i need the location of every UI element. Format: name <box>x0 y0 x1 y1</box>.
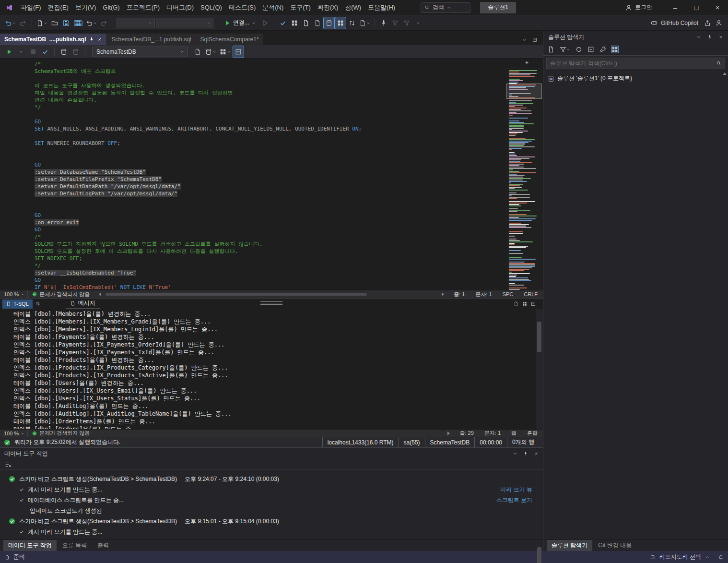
export-results-icon[interactable] <box>301 17 311 29</box>
solution-name-badge[interactable]: 솔루션1 <box>480 2 516 13</box>
global-search-box[interactable]: 검색 <box>421 2 470 13</box>
next-bookmark-icon[interactable] <box>401 17 412 29</box>
solution-tree[interactable]: 솔루션 '솔루션1' (0 프로젝트) <box>543 71 728 539</box>
window-position-icon[interactable] <box>513 451 517 456</box>
platform-combobox[interactable] <box>156 18 213 28</box>
database-combobox[interactable]: SchemaTestDB <box>92 47 188 57</box>
column-indicator[interactable]: 문자: 1 <box>470 291 497 298</box>
scrollbar-track[interactable] <box>104 292 439 297</box>
parse-query-button[interactable] <box>40 46 50 58</box>
results-options-icon[interactable] <box>531 301 536 306</box>
github-copilot-button[interactable]: GitHub Copilot <box>651 20 698 26</box>
maximize-button[interactable]: □ <box>686 0 707 15</box>
vertical-scrollbar[interactable] <box>536 309 543 429</box>
side-panel-tab[interactable]: 솔루션 탐색기 <box>547 540 592 551</box>
sqlcmd-mode-button[interactable] <box>233 46 244 58</box>
horizontal-scrollbar[interactable] <box>96 290 446 298</box>
scrollbar-track[interactable] <box>96 431 445 435</box>
minimize-button[interactable]: – <box>665 0 686 15</box>
pin-icon[interactable] <box>707 35 712 39</box>
solution-search-input[interactable] <box>550 60 714 67</box>
more-options-icon[interactable] <box>413 17 423 29</box>
spell-check-icon[interactable] <box>312 17 323 29</box>
menu-item[interactable]: 프로젝트(P) <box>123 1 163 14</box>
tab-pin-icon[interactable] <box>89 37 94 42</box>
menu-item[interactable]: 창(W) <box>341 1 364 14</box>
refresh-icon[interactable] <box>575 46 582 53</box>
menu-item[interactable]: Git(G) <box>99 1 123 13</box>
splitter-grip[interactable] <box>260 303 282 303</box>
results-pane-icon[interactable] <box>514 301 518 306</box>
notifications-bell-icon[interactable] <box>718 555 723 560</box>
window-options-icon[interactable] <box>532 37 537 42</box>
scroll-left-icon[interactable] <box>96 292 104 296</box>
background-tasks-icon[interactable] <box>5 555 10 560</box>
execute-options-icon[interactable] <box>16 46 26 58</box>
menu-item[interactable]: 도구(T) <box>287 1 314 14</box>
menu-item[interactable]: 도움말(H) <box>364 1 399 14</box>
messages-panel[interactable]: 테이블 [dbo].[Members]을(를) 변경하는 중...인덱스 [db… <box>0 309 543 429</box>
minimap[interactable] <box>506 67 542 290</box>
document-tab[interactable]: SchemaTestDB_...1.publish.sql <box>107 34 196 45</box>
task-link[interactable]: 스크립트 보기 <box>496 496 532 504</box>
eol-indicator[interactable]: 혼합 <box>522 430 543 437</box>
horizontal-scrollbar[interactable] <box>96 430 452 437</box>
menu-item[interactable]: 테스트(S) <box>225 1 259 14</box>
navigate-forward-button[interactable] <box>18 17 28 29</box>
eol-indicator[interactable]: CRLF <box>518 291 543 297</box>
line-indicator[interactable]: 줄: 29 <box>454 430 479 437</box>
menu-item[interactable]: 보기(V) <box>72 1 99 14</box>
close-icon[interactable] <box>718 35 723 39</box>
whitespace-indicator[interactable]: 탭 <box>506 430 522 437</box>
intellisense-toggle[interactable] <box>324 17 334 29</box>
results-to-grid-icon[interactable] <box>289 17 300 29</box>
show-all-files-icon[interactable] <box>611 46 618 53</box>
zoom-control[interactable]: 100 % <box>0 430 28 437</box>
editor-split-handle[interactable]: + <box>525 60 528 66</box>
collapse-all-icon[interactable] <box>587 46 594 53</box>
new-query-button[interactable] <box>192 46 203 58</box>
menu-item[interactable]: SQL(Q) <box>197 1 225 13</box>
sqlcmd-mode-toggle[interactable] <box>335 17 346 29</box>
bottom-panel-tab[interactable]: 오류 목록 <box>58 540 92 551</box>
redo-button[interactable] <box>99 17 109 29</box>
disconnect-database-icon[interactable] <box>70 46 81 58</box>
bookmark-icon[interactable] <box>378 17 389 29</box>
bottom-panel-tab[interactable]: 데이터 도구 작업 <box>3 540 57 551</box>
close-icon[interactable] <box>534 451 539 456</box>
properties-icon[interactable] <box>599 46 606 53</box>
execute-query-button[interactable] <box>4 46 14 58</box>
menu-item[interactable]: 확장(X) <box>314 1 341 14</box>
zoom-control[interactable]: 100 % <box>0 290 28 298</box>
live-share-icon[interactable] <box>714 17 724 29</box>
connect-database-icon[interactable] <box>59 46 69 58</box>
filter-icon[interactable] <box>560 46 570 53</box>
problems-indicator[interactable]: 문제가 검색되지 않음 <box>28 291 94 298</box>
document-tab[interactable]: SchemaTestDB_....publish.sql <box>0 34 107 45</box>
undo-button[interactable] <box>85 17 98 29</box>
login-button[interactable]: 로그인 <box>625 3 652 12</box>
scroll-right-icon[interactable] <box>445 431 452 435</box>
menu-item[interactable]: 편집(E) <box>45 1 72 14</box>
menu-item[interactable]: 디버그(D) <box>163 1 197 14</box>
results-grid-icon[interactable] <box>522 301 527 306</box>
tab-list-dropdown-icon[interactable] <box>522 37 527 42</box>
save-all-button[interactable] <box>72 17 84 29</box>
configuration-combobox[interactable] <box>117 18 155 28</box>
problems-indicator[interactable]: 문제가 검색되지 않음 <box>28 430 94 437</box>
document-tab[interactable]: SqlSchemaCompare1* <box>196 34 264 45</box>
column-indicator[interactable]: 문자: 1 <box>479 430 506 437</box>
solution-root-item[interactable]: 솔루션 '솔루션1' (0 프로젝트) <box>543 73 728 84</box>
database-options-button[interactable] <box>204 46 217 58</box>
navigate-back-button[interactable] <box>4 17 17 29</box>
select-repository-button[interactable]: 리포지토리 선택 <box>659 553 701 561</box>
close-button[interactable]: × <box>707 0 728 15</box>
whitespace-indicator[interactable]: SPC <box>497 291 519 297</box>
previous-bookmark-icon[interactable] <box>390 17 400 29</box>
code-editor[interactable]: /*SchemaTestDB의 배포 스크립트 이 코드는 도구를 사용하여 생… <box>0 59 543 290</box>
vertical-scrollbar[interactable] <box>721 71 728 75</box>
new-project-button[interactable] <box>35 17 48 29</box>
bottom-panel-tab[interactable]: 출력 <box>93 540 114 551</box>
clear-list-icon[interactable] <box>5 461 12 468</box>
solution-search-box[interactable] <box>546 58 725 69</box>
